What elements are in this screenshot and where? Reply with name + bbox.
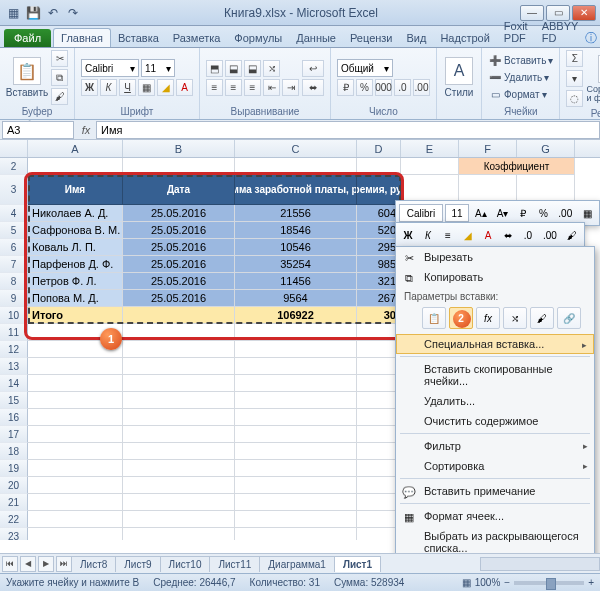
font-name-combo[interactable]: Calibri▾: [81, 59, 139, 77]
row-header[interactable]: 4: [0, 205, 28, 222]
fill-color-button[interactable]: ◢: [157, 79, 174, 96]
mini-shrink-font-icon[interactable]: A▾: [493, 204, 513, 222]
cell[interactable]: [235, 158, 357, 175]
align-bottom-icon[interactable]: ⬓: [244, 60, 261, 77]
mini-grow-font-icon[interactable]: A▴: [471, 204, 491, 222]
totals-sum[interactable]: 106922: [235, 307, 357, 324]
cell[interactable]: [28, 443, 123, 460]
col-header-d[interactable]: D: [357, 140, 401, 157]
help-icon[interactable]: ⓘ: [585, 30, 597, 47]
paste-option-formulas[interactable]: fx: [476, 307, 500, 329]
dec-decimal-icon[interactable]: .00: [413, 79, 430, 96]
currency-icon[interactable]: ₽: [337, 79, 354, 96]
align-top-icon[interactable]: ⬒: [206, 60, 223, 77]
font-color-button[interactable]: A: [176, 79, 193, 96]
row-header[interactable]: 20: [0, 477, 28, 494]
cell-name[interactable]: Коваль Л. П.: [28, 239, 123, 256]
cell[interactable]: [235, 324, 357, 341]
col-header-a[interactable]: A: [28, 140, 123, 157]
italic-button[interactable]: К: [100, 79, 117, 96]
mini-border-icon[interactable]: ▦: [578, 204, 596, 222]
mini-font-size[interactable]: 11: [445, 204, 469, 222]
select-all-corner[interactable]: [0, 140, 28, 157]
header-date[interactable]: Дата: [123, 175, 235, 205]
paste-option-all[interactable]: 📋: [422, 307, 446, 329]
ctx-format-cells[interactable]: ▦Формат ячеек...: [396, 506, 594, 526]
cell[interactable]: [235, 511, 357, 528]
cell[interactable]: [123, 307, 235, 324]
mini-fill-color-icon[interactable]: ◢: [459, 226, 477, 244]
mini-align-icon[interactable]: ≡: [439, 226, 457, 244]
cell-name[interactable]: Николаев А. Д.: [28, 205, 123, 222]
paste-option-link[interactable]: 🔗: [557, 307, 581, 329]
row-header[interactable]: 11: [0, 324, 28, 341]
cell[interactable]: [28, 392, 123, 409]
cell-date[interactable]: 25.05.2016: [123, 205, 235, 222]
mini-painter-icon[interactable]: 🖌: [563, 226, 581, 244]
ctx-copy[interactable]: ⧉Копировать: [396, 267, 594, 287]
row-header[interactable]: 23: [0, 528, 28, 540]
sheet-tab-active[interactable]: Лист1: [334, 556, 381, 572]
mini-currency-icon[interactable]: ₽: [514, 204, 532, 222]
mini-italic-icon[interactable]: К: [419, 226, 437, 244]
copy-icon[interactable]: ⧉: [51, 69, 68, 86]
zoom-in-button[interactable]: +: [588, 577, 594, 588]
row-header[interactable]: 15: [0, 392, 28, 409]
cell[interactable]: [235, 341, 357, 358]
cell[interactable]: [28, 158, 123, 175]
row-header[interactable]: 10: [0, 307, 28, 324]
col-header-e[interactable]: E: [401, 140, 459, 157]
sheet-nav-prev-icon[interactable]: ◀: [20, 556, 36, 572]
cell-sum[interactable]: 10546: [235, 239, 357, 256]
sheet-tab[interactable]: Лист8: [71, 556, 116, 572]
row-header[interactable]: 19: [0, 460, 28, 477]
comma-icon[interactable]: 000: [375, 79, 392, 96]
mini-font-color-icon[interactable]: A: [479, 226, 497, 244]
align-center-icon[interactable]: ≡: [225, 79, 242, 96]
format-painter-icon[interactable]: 🖌: [51, 88, 68, 105]
sheet-tab[interactable]: Диаграмма1: [259, 556, 335, 572]
row-header[interactable]: 22: [0, 511, 28, 528]
cell[interactable]: [235, 477, 357, 494]
sheet-nav-last-icon[interactable]: ⏭: [56, 556, 72, 572]
cell-sum[interactable]: 18546: [235, 222, 357, 239]
cell[interactable]: [28, 511, 123, 528]
cell-name[interactable]: Сафронова В. М.: [28, 222, 123, 239]
row-header[interactable]: 13: [0, 358, 28, 375]
insert-cells-button[interactable]: ➕Вставить ▾: [488, 54, 553, 68]
cell[interactable]: [357, 158, 401, 175]
sheet-nav-first-icon[interactable]: ⏮: [2, 556, 18, 572]
sheet-nav-next-icon[interactable]: ▶: [38, 556, 54, 572]
excel-icon[interactable]: ▦: [4, 4, 22, 22]
ctx-delete[interactable]: Удалить...: [396, 391, 594, 411]
cell[interactable]: [235, 528, 357, 540]
tab-addins[interactable]: Надстрой: [433, 29, 496, 47]
mini-font-name[interactable]: Calibri: [399, 204, 443, 222]
cell[interactable]: [28, 528, 123, 540]
row-header[interactable]: 3: [0, 175, 28, 205]
cell[interactable]: [123, 426, 235, 443]
percent-icon[interactable]: %: [356, 79, 373, 96]
tab-layout[interactable]: Разметка: [166, 29, 228, 47]
tab-data[interactable]: Данные: [289, 29, 343, 47]
wrap-text-icon[interactable]: ↩: [302, 60, 324, 77]
cell[interactable]: [28, 358, 123, 375]
cell[interactable]: [28, 426, 123, 443]
cell[interactable]: [28, 477, 123, 494]
save-icon[interactable]: 💾: [24, 4, 42, 22]
cell[interactable]: [235, 426, 357, 443]
cell[interactable]: [235, 392, 357, 409]
mini-percent-icon[interactable]: %: [534, 204, 552, 222]
totals-label[interactable]: Итого: [28, 307, 123, 324]
tab-view[interactable]: Вид: [400, 29, 434, 47]
sheet-tab[interactable]: Лист9: [115, 556, 160, 572]
bold-button[interactable]: Ж: [81, 79, 98, 96]
row-header[interactable]: 7: [0, 256, 28, 273]
tab-abbyy[interactable]: ABBYY FD: [535, 17, 586, 47]
cell-date[interactable]: 25.05.2016: [123, 222, 235, 239]
col-header-b[interactable]: B: [123, 140, 235, 157]
row-header[interactable]: 9: [0, 290, 28, 307]
row-header[interactable]: 14: [0, 375, 28, 392]
horizontal-scrollbar[interactable]: [480, 557, 600, 571]
cell[interactable]: [123, 511, 235, 528]
